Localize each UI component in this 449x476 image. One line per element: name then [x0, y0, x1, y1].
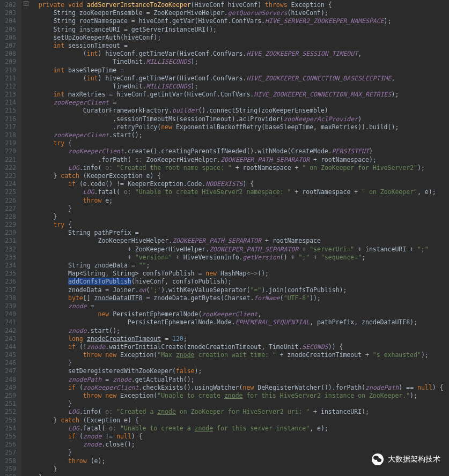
line-number[interactable]: 216	[3, 115, 16, 123]
code-line[interactable]: String pathPrefix =	[24, 229, 449, 237]
code-content-area[interactable]: private void addServerInstanceToZooKeepe…	[21, 0, 449, 476]
line-number[interactable]: 235	[3, 270, 16, 278]
line-number[interactable]: 231	[3, 237, 16, 245]
line-number[interactable]: 248	[3, 376, 16, 384]
code-line[interactable]: LOG.fatal( o: "Unable to create HiveServ…	[24, 188, 449, 196]
code-line[interactable]: int maxRetries = hiveConf.getIntVar(Hive…	[24, 91, 449, 99]
code-line[interactable]: String rootNamespace = hiveConf.getVar(H…	[24, 17, 449, 25]
line-number[interactable]: 209	[3, 58, 16, 66]
line-number[interactable]: 204	[3, 17, 16, 25]
line-number[interactable]: 250	[3, 392, 16, 400]
line-number[interactable]: 251	[3, 400, 16, 408]
line-number[interactable]: 229	[3, 221, 16, 229]
line-number[interactable]: 240	[3, 310, 16, 318]
code-line[interactable]: byte[] znodeDataUTF8 = znodeData.getByte…	[24, 294, 449, 302]
line-number[interactable]: 237	[3, 286, 16, 294]
code-line[interactable]: + "version=" + HiveVersionInfo.getVersio…	[24, 254, 449, 262]
code-line[interactable]: }	[24, 465, 449, 473]
line-number[interactable]: 218	[3, 131, 16, 139]
line-number[interactable]: 219	[3, 139, 16, 147]
line-number[interactable]: 214	[3, 99, 16, 107]
line-number[interactable]: 208	[3, 50, 16, 58]
code-line[interactable]: znodeData = Joiner.on(';').withKeyValueS…	[24, 286, 449, 294]
code-line[interactable]: LOG.fatal( o: "Unable to create a znode …	[24, 425, 449, 433]
code-line[interactable]: .retryPolicy(new ExponentialBackoffRetry…	[24, 123, 449, 131]
line-number[interactable]: 253	[3, 416, 16, 425]
fold-marker-icon[interactable]: −	[24, 1, 28, 6]
line-number[interactable]: 247	[3, 367, 16, 375]
code-line[interactable]: (int) hiveConf.getTimeVar(HiveConf.ConfV…	[24, 75, 449, 83]
code-line[interactable]: if (zooKeeperClient.checkExists().usingW…	[24, 384, 449, 392]
line-number[interactable]: 232	[3, 246, 16, 254]
line-number[interactable]: 223	[3, 172, 16, 180]
line-number[interactable]: 239	[3, 302, 16, 310]
code-line[interactable]: zooKeeperClient.start();	[24, 131, 449, 139]
line-number[interactable]: 238	[3, 294, 16, 302]
line-number[interactable]: 202	[3, 1, 16, 9]
line-number[interactable]: 224	[3, 180, 16, 188]
code-line[interactable]: znode =	[24, 302, 449, 310]
code-line[interactable]: throw new Exception("Unable to create zn…	[24, 392, 449, 400]
code-line[interactable]: Map<String, String> confsToPublish = new…	[24, 270, 449, 278]
line-number[interactable]: 241	[3, 318, 16, 326]
line-number[interactable]: 217	[3, 123, 16, 131]
line-number[interactable]: 257	[3, 449, 16, 457]
code-line[interactable]: zooKeeperClient =	[24, 99, 449, 107]
line-number[interactable]: 258	[3, 457, 16, 465]
line-number[interactable]: 260	[3, 473, 16, 476]
line-number[interactable]: 227	[3, 205, 16, 213]
code-line[interactable]: }	[24, 473, 449, 476]
code-line[interactable]: String zooKeeperEnsemble = ZooKeeperHive…	[24, 9, 449, 17]
code-line[interactable]: private void addServerInstanceToZooKeepe…	[24, 1, 449, 9]
code-line[interactable]: if (!znode.waitForInitialCreate(znodeCre…	[24, 343, 449, 351]
code-line[interactable]: new PersistentEphemeralNode(zooKeeperCli…	[24, 310, 449, 318]
line-number[interactable]: 203	[3, 9, 16, 17]
line-number[interactable]: 259	[3, 465, 16, 473]
line-number[interactable]: 225	[3, 188, 16, 196]
line-number[interactable]: 233	[3, 254, 16, 262]
code-line[interactable]: + ZooKeeperHiveHelper.ZOOKEEPER_PATH_SEP…	[24, 246, 449, 254]
code-line[interactable]: String znodeData = "";	[24, 262, 449, 270]
line-number[interactable]: 207	[3, 42, 16, 50]
line-number[interactable]: 212	[3, 83, 16, 91]
code-line[interactable]: znode.close();	[24, 441, 449, 449]
code-line[interactable]: zooKeeperClient.create().creatingParents…	[24, 147, 449, 155]
code-line[interactable]: TimeUnit.MILLISECONDS);	[24, 83, 449, 91]
line-number[interactable]: 215	[3, 107, 16, 115]
code-line[interactable]: } catch (Exception e) {	[24, 416, 449, 425]
code-line[interactable]: if (znode != null) {	[24, 433, 449, 441]
line-number[interactable]: 230	[3, 229, 16, 237]
code-line[interactable]: addConfsToPublish(hiveConf, confsToPubli…	[24, 278, 449, 286]
code-line[interactable]: long znodeCreationTimeout = 120;	[24, 335, 449, 343]
code-line[interactable]: ZooKeeperHiveHelper.ZOOKEEPER_PATH_SEPAR…	[24, 237, 449, 245]
line-number[interactable]: 245	[3, 351, 16, 359]
code-line[interactable]: int sessionTimeout =	[24, 42, 449, 50]
code-line[interactable]: throw new Exception("Max znode creation …	[24, 351, 449, 359]
line-number[interactable]: 254	[3, 425, 16, 433]
code-line[interactable]: }	[24, 205, 449, 213]
code-line[interactable]: setUpZooKeeperAuth(hiveConf);	[24, 34, 449, 42]
code-line[interactable]: TimeUnit.MILLISECONDS);	[24, 58, 449, 66]
code-editor[interactable]: 2022032042052062072082092102112122132142…	[0, 0, 449, 476]
code-line[interactable]: (int) hiveConf.getTimeVar(HiveConf.ConfV…	[24, 50, 449, 58]
code-line[interactable]: .forPath( s: ZooKeeperHiveHelper.ZOOKEEP…	[24, 156, 449, 164]
line-number[interactable]: 220	[3, 147, 16, 155]
line-number[interactable]: 236	[3, 278, 16, 286]
code-line[interactable]: znodePath = znode.getActualPath();	[24, 376, 449, 384]
code-line[interactable]: throw e;	[24, 197, 449, 205]
line-number[interactable]: 255	[3, 433, 16, 441]
line-number[interactable]: 252	[3, 408, 16, 416]
code-line[interactable]: try {	[24, 221, 449, 229]
line-number[interactable]: 213	[3, 91, 16, 99]
line-number[interactable]: 205	[3, 26, 16, 34]
code-line[interactable]: .sessionTimeoutMs(sessionTimeout).aclPro…	[24, 115, 449, 123]
code-line[interactable]: }	[24, 213, 449, 221]
line-number[interactable]: 211	[3, 75, 16, 83]
line-number-gutter[interactable]: 2022032042052062072082092102112122132142…	[0, 0, 21, 476]
code-line[interactable]: }	[24, 359, 449, 367]
code-line[interactable]: PersistentEphemeralNode.Mode.EPHEMERAL_S…	[24, 318, 449, 326]
line-number[interactable]: 244	[3, 343, 16, 351]
code-line[interactable]: }	[24, 400, 449, 408]
line-number[interactable]: 222	[3, 164, 16, 172]
line-number[interactable]: 242	[3, 327, 16, 335]
